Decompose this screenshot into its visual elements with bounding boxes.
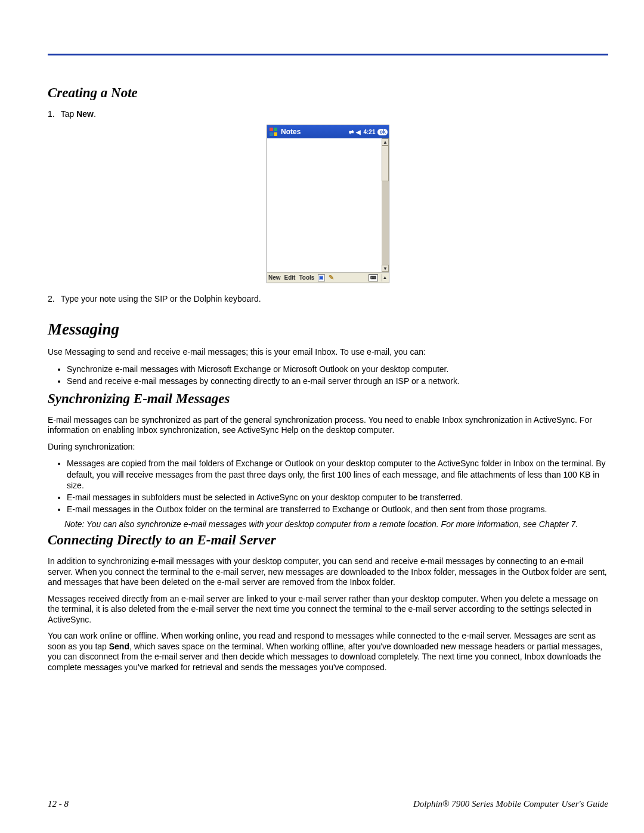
pen-icon[interactable]: ✎ bbox=[329, 274, 334, 281]
sync-p1: E-mail messages can be synchronized as p… bbox=[48, 415, 608, 436]
connect-p3-bold: Send bbox=[109, 642, 129, 651]
device-title: Notes bbox=[281, 128, 301, 136]
heading-connect: Connecting Directly to an E-mail Server bbox=[48, 532, 608, 548]
connect-p1: In addition to synchronizing e-mail mess… bbox=[48, 556, 608, 588]
heading-messaging: Messaging bbox=[48, 320, 608, 339]
scroll-thumb[interactable] bbox=[382, 145, 389, 181]
note-text: You can also synchronize e-mail messages… bbox=[86, 519, 578, 529]
vertical-scrollbar[interactable]: ▲ ▼ bbox=[382, 138, 389, 272]
sync-p2: During synchronization: bbox=[48, 442, 608, 453]
messaging-bullet-1: Synchronize e-mail messages with Microso… bbox=[67, 364, 608, 374]
step-2-text: Type your note using the SIP or the Dolp… bbox=[61, 294, 261, 304]
sync-bullet-3: E-mail messages in the Outbox folder on … bbox=[67, 504, 608, 515]
step-1-bold: New bbox=[76, 109, 94, 119]
device-screenshot: Notes ⇄ ◀ 4:21 ok ▲ ▼ New bbox=[48, 125, 608, 283]
footer-title: Dolphin® 7900 Series Mobile Computer Use… bbox=[413, 799, 608, 809]
device-time: 4:21 bbox=[363, 129, 375, 135]
messaging-intro: Use Messaging to send and receive e-mail… bbox=[48, 347, 608, 358]
sync-note: Note: You can also synchronize e-mail me… bbox=[80, 519, 608, 529]
page-footer: 12 - 8 Dolphin® 7900 Series Mobile Compu… bbox=[48, 799, 608, 809]
ok-button[interactable]: ok bbox=[377, 129, 388, 135]
device-titlebar: Notes ⇄ ◀ 4:21 ok bbox=[267, 125, 389, 138]
connect-p2: Messages received directly from an e-mai… bbox=[48, 594, 608, 625]
device-bottombar: New Edit Tools ▣ ✎ ⌨ ▲ bbox=[267, 272, 389, 283]
record-icon[interactable]: ▣ bbox=[318, 274, 325, 281]
heading-sync: Synchronizing E-mail Messages bbox=[48, 391, 608, 407]
scroll-down-icon[interactable]: ▼ bbox=[382, 265, 389, 272]
sip-up-icon[interactable]: ▲ bbox=[382, 274, 388, 281]
keyboard-icon[interactable]: ⌨ bbox=[369, 274, 378, 281]
step-1-pre: Tap bbox=[61, 109, 76, 119]
note-canvas[interactable] bbox=[267, 138, 382, 272]
step-2-number: 2. bbox=[48, 294, 58, 304]
heading-creating-note: Creating a Note bbox=[48, 85, 608, 101]
sync-icon: ⇄ bbox=[349, 129, 354, 135]
header-rule bbox=[48, 54, 608, 55]
messaging-bullet-2: Send and receive e-mail messages by conn… bbox=[67, 376, 608, 386]
device-frame: Notes ⇄ ◀ 4:21 ok ▲ ▼ New bbox=[267, 125, 389, 283]
sync-bullet-1: Messages are copied from the mail folder… bbox=[67, 458, 608, 491]
messaging-bullets: Synchronize e-mail messages with Microso… bbox=[48, 364, 608, 386]
step-1-post: . bbox=[94, 109, 96, 119]
menu-tools[interactable]: Tools bbox=[299, 274, 314, 281]
sync-bullets: Messages are copied from the mail folder… bbox=[48, 458, 608, 515]
step-2: 2. Type your note using the SIP or the D… bbox=[48, 294, 608, 304]
device-canvas-row: ▲ ▼ bbox=[267, 138, 389, 272]
menu-edit[interactable]: Edit bbox=[284, 274, 296, 281]
scroll-up-icon[interactable]: ▲ bbox=[382, 138, 389, 145]
speaker-icon: ◀ bbox=[356, 129, 361, 135]
step-1: 1. Tap New. bbox=[48, 109, 608, 119]
menu-new[interactable]: New bbox=[268, 274, 281, 281]
sync-bullet-2: E-mail messages in subfolders must be se… bbox=[67, 492, 608, 503]
note-label: Note: bbox=[64, 519, 84, 529]
connect-p3: You can work online or offline. When wor… bbox=[48, 631, 608, 673]
scroll-track[interactable] bbox=[382, 181, 389, 265]
windows-logo-icon bbox=[269, 128, 278, 137]
footer-page-number: 12 - 8 bbox=[48, 799, 69, 809]
connect-p3-post: , which saves space on the terminal. Whe… bbox=[48, 642, 602, 672]
step-1-number: 1. bbox=[48, 109, 58, 119]
